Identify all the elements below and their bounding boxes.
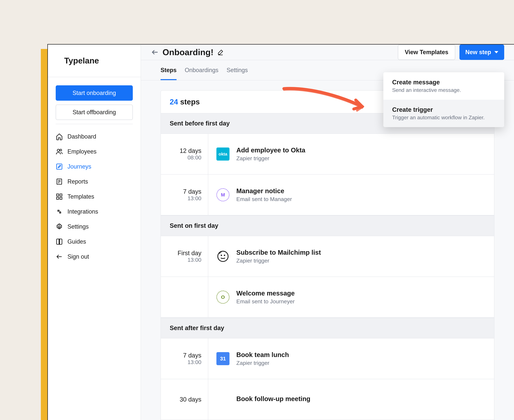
edit-square-icon	[56, 163, 63, 170]
nav-label: Settings	[68, 223, 89, 230]
edit-title-button[interactable]	[217, 48, 224, 56]
nav-dashboard[interactable]: Dashboard	[56, 129, 133, 144]
manager-icon: M	[216, 188, 230, 201]
step-days: 7 days	[183, 352, 201, 359]
sidebar: Typelane Start onboarding Start offboard…	[48, 45, 141, 420]
step-days: First day	[177, 250, 201, 257]
arrow-left-icon	[56, 253, 63, 260]
content: 24 steps Sent before first day 12 days 0…	[141, 80, 514, 420]
step-time: 7 days 13:00	[161, 175, 208, 215]
dropdown-create-message[interactable]: Create message Send an interactive messa…	[383, 72, 504, 100]
nav-label: Reports	[68, 178, 88, 185]
step-time: 30 days	[161, 379, 208, 420]
journeyer-icon: O	[216, 291, 230, 304]
nav-journeys[interactable]: Journeys	[56, 159, 133, 174]
step-body: 31 Book team lunch Zapier trigger	[208, 338, 494, 379]
step-title: Manager notice	[236, 187, 292, 195]
nav-templates[interactable]: Templates	[56, 189, 133, 204]
nav-label: Journeys	[68, 163, 91, 170]
nav-label: Sign out	[68, 253, 89, 260]
step-days: 12 days	[180, 147, 201, 154]
nav-employees[interactable]: Employees	[56, 144, 133, 159]
step-title: Welcome message	[236, 290, 295, 297]
okta-icon: okta	[216, 148, 230, 161]
svg-rect-10	[60, 197, 62, 199]
calendar-icon: 31	[216, 352, 230, 365]
step-hour: 13:00	[187, 257, 201, 263]
step-body: O Welcome message Email sent to Journeye…	[208, 277, 494, 317]
start-offboarding-button[interactable]: Start offboarding	[56, 105, 133, 120]
step-row[interactable]: First day 13:00 Subscribe to Mailchimp l…	[161, 236, 494, 277]
svg-rect-9	[57, 197, 59, 199]
step-title: Subscribe to Mailchimp list	[236, 249, 321, 256]
nav-reports[interactable]: Reports	[56, 174, 133, 189]
caret-down-icon	[494, 51, 498, 53]
nav-guides[interactable]: Guides	[56, 234, 133, 249]
nav-signout[interactable]: Sign out	[56, 249, 133, 264]
steps-count-number: 24	[170, 98, 178, 106]
nav-label: Employees	[68, 148, 97, 155]
step-title: Book follow-up meeting	[236, 395, 310, 403]
step-subtitle: Zapier trigger	[236, 155, 305, 162]
new-step-dropdown: Create message Send an interactive messa…	[383, 72, 504, 127]
step-hour: 08:00	[187, 154, 201, 161]
step-subtitle: Zapier trigger	[236, 360, 289, 366]
tab-steps[interactable]: Steps	[161, 60, 176, 80]
back-button[interactable]	[151, 48, 159, 56]
nav-label: Guides	[68, 238, 86, 245]
step-time	[161, 277, 208, 317]
svg-point-18	[221, 255, 222, 256]
step-time: First day 13:00	[161, 236, 208, 277]
sidebar-body: Start onboarding Start offboarding Dashb…	[48, 77, 141, 272]
dropdown-create-trigger[interactable]: Create trigger Trigger an automatic work…	[383, 100, 504, 127]
dropdown-item-title: Create message	[392, 79, 495, 86]
svg-point-17	[218, 251, 228, 261]
tab-onboardings[interactable]: Onboardings	[185, 60, 218, 80]
gear-icon	[56, 223, 63, 230]
step-body: Book follow-up meeting	[208, 379, 494, 420]
nav-integrations[interactable]: Integrations	[56, 204, 133, 219]
mailchimp-icon	[216, 250, 230, 263]
svg-point-19	[224, 255, 225, 256]
new-step-button[interactable]: New step	[460, 45, 504, 60]
step-subtitle: Email sent to Journeyer	[236, 298, 295, 305]
step-days: 7 days	[183, 188, 201, 195]
step-days: 30 days	[180, 396, 201, 403]
home-icon	[56, 133, 63, 140]
step-hour: 13:00	[187, 359, 201, 365]
start-onboarding-button[interactable]: Start onboarding	[56, 85, 133, 101]
step-title: Add employee to Okta	[236, 147, 305, 154]
accent-bar	[41, 49, 47, 420]
sidebar-divider	[56, 124, 133, 124]
report-icon	[56, 178, 63, 185]
step-row[interactable]: 30 days Book follow-up meeting	[161, 379, 494, 420]
topbar: Onboarding! View Templates New step	[141, 45, 514, 60]
nav-label: Dashboard	[68, 133, 96, 140]
tab-settings[interactable]: Settings	[227, 60, 248, 80]
page-title: Onboarding!	[162, 47, 214, 57]
svg-rect-7	[57, 194, 59, 196]
new-step-label: New step	[465, 49, 491, 56]
main: Onboarding! View Templates New step Step…	[141, 45, 514, 420]
svg-point-13	[59, 226, 60, 228]
brand-logo: Typelane	[64, 56, 99, 65]
step-icon	[216, 393, 230, 406]
section-header: Sent on first day	[161, 215, 494, 236]
step-row[interactable]: 7 days 13:00 M Manager notice Email sent…	[161, 175, 494, 215]
step-subtitle: Email sent to Manager	[236, 196, 292, 202]
svg-point-1	[60, 149, 62, 151]
step-body: okta Add employee to Okta Zapier trigger	[208, 134, 494, 174]
step-row[interactable]: O Welcome message Email sent to Journeye…	[161, 277, 494, 318]
nav-label: Templates	[68, 193, 94, 200]
grid-icon	[56, 193, 63, 200]
nav-settings[interactable]: Settings	[56, 219, 133, 234]
dropdown-item-desc: Send an interactive message.	[392, 87, 495, 93]
step-body: M Manager notice Email sent to Manager	[208, 175, 494, 215]
view-templates-button[interactable]: View Templates	[398, 45, 455, 60]
section-header: Sent after first day	[161, 318, 494, 338]
step-row[interactable]: 7 days 13:00 31 Book team lunch Zapier t…	[161, 338, 494, 379]
step-row[interactable]: 12 days 08:00 okta Add employee to Okta …	[161, 134, 494, 175]
dropdown-item-title: Create trigger	[392, 106, 495, 113]
step-title: Book team lunch	[236, 351, 289, 359]
steps-count-label: steps	[178, 98, 200, 106]
